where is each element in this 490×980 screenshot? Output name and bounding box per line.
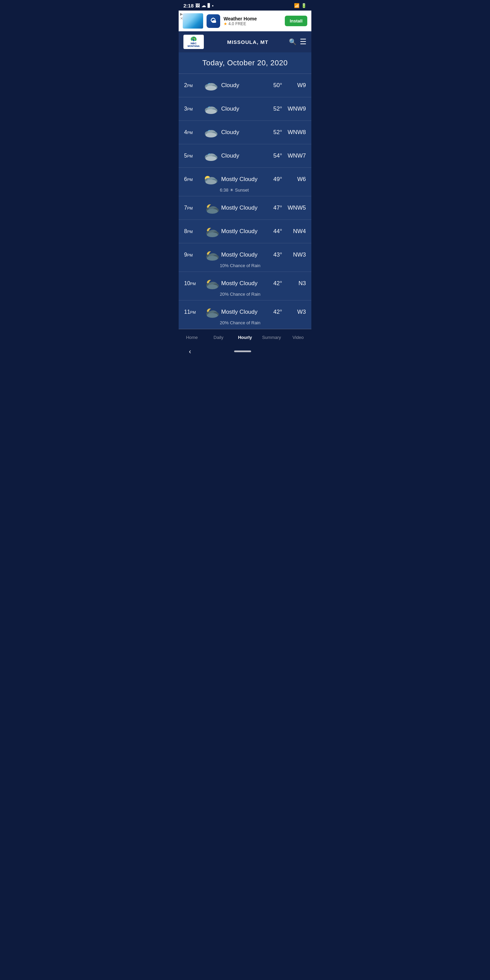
montana-text: MONTANA [188, 45, 199, 48]
wind-label: WNW8 [282, 129, 306, 136]
hourly-row: 8PM Mostly Cloudy44°NW4 [179, 220, 311, 243]
wind-label: WNW7 [282, 153, 306, 159]
nav-tab-hourly[interactable]: Hourly [232, 334, 258, 341]
nav-tab-home[interactable]: Home [179, 334, 205, 341]
back-button[interactable]: ‹ [189, 347, 191, 355]
sub-info-label: 20% Chance of Rain [184, 290, 306, 297]
nav-header: 🦚 NBC MONTANA MISSOULA, MT 🔍 ☰ [179, 31, 311, 52]
weather-icon [203, 102, 220, 116]
ad-map-image [183, 13, 203, 29]
signal-icon: ▊ [208, 3, 210, 8]
wind-label: W9 [282, 82, 306, 89]
ad-app-icon: 🌤 [207, 14, 220, 28]
dot-icon: • [212, 3, 214, 8]
hour-label: 11PM [184, 309, 203, 315]
wind-label: W6 [282, 176, 306, 183]
peacock-icon: 🦚 [190, 36, 197, 42]
condition-label: Mostly Cloudy [220, 205, 262, 211]
hourly-row: 2PM Cloudy50°W9 [179, 74, 311, 97]
sub-info-label: 20% Chance of Rain [184, 319, 306, 325]
svg-point-32 [207, 232, 218, 237]
home-indicator[interactable] [234, 350, 251, 352]
condition-label: Cloudy [220, 153, 262, 159]
ad-app-title: Weather Home [224, 16, 282, 21]
svg-point-36 [207, 256, 218, 261]
ad-install-button[interactable]: Install [285, 16, 307, 26]
weather-icon [203, 149, 220, 163]
weather-icon [203, 172, 220, 186]
bottom-nav: HomeDailyHourlySummaryVideo [179, 329, 311, 344]
nbc-text: NBC [191, 42, 196, 45]
temperature-label: 42° [262, 280, 282, 287]
hour-label: 4PM [184, 129, 203, 135]
wind-label: WNW5 [282, 205, 306, 211]
condition-label: Cloudy [220, 82, 262, 89]
weather-icon [203, 201, 220, 215]
temperature-label: 43° [262, 251, 282, 258]
condition-label: Mostly Cloudy [220, 251, 262, 258]
ad-banner: ▶✕ 🌤 Weather Home ★ 4.0 FREE Install [179, 11, 311, 31]
ad-text: Weather Home ★ 4.0 FREE [224, 16, 282, 26]
battery-icon: 🔋 [301, 3, 307, 8]
hour-label: 2PM [184, 82, 203, 89]
system-nav: ‹ ▪ [179, 344, 311, 360]
svg-point-44 [207, 313, 218, 318]
temperature-label: 54° [262, 153, 282, 159]
svg-point-14 [205, 133, 216, 137]
temperature-label: 50° [262, 82, 282, 89]
condition-label: Mostly Cloudy [220, 228, 262, 235]
hourly-row: 10PM Mostly Cloudy42°N320% Chance of Rai… [179, 272, 311, 301]
sub-info-label: 10% Chance of Rain [184, 262, 306, 268]
wind-label: NW4 [282, 228, 306, 235]
condition-label: Mostly Cloudy [220, 280, 262, 287]
ad-close[interactable]: ▶✕ [180, 12, 183, 21]
hourly-row: 3PM Cloudy52°WNW9 [179, 97, 311, 121]
weather-icon [203, 248, 220, 262]
temperature-label: 52° [262, 105, 282, 112]
wifi-icon: 📶 [294, 3, 299, 8]
hourly-row: 4PM Cloudy52°WNW8 [179, 121, 311, 144]
hourly-list: 2PM Cloudy50°W93PM Cloudy52°WNW94PM Clou… [179, 74, 311, 329]
condition-label: Mostly Cloudy [220, 309, 262, 315]
wind-label: N3 [282, 280, 306, 287]
temperature-label: 49° [262, 176, 282, 183]
hourly-row: 11PM Mostly Cloudy42°W320% Chance of Rai… [179, 301, 311, 329]
hour-label: 5PM [184, 153, 203, 159]
temperature-label: 42° [262, 309, 282, 315]
hourly-row: 5PM Cloudy54°WNW7 [179, 144, 311, 168]
condition-label: Cloudy [220, 105, 262, 112]
hourly-row: 9PM Mostly Cloudy43°NW310% Chance of Rai… [179, 243, 311, 272]
photo-icon: 🖼 [195, 3, 200, 8]
nav-tab-daily[interactable]: Daily [205, 334, 232, 341]
svg-point-40 [207, 285, 218, 289]
status-bar: 2:18 🖼 ☁ ▊ • 📶 🔋 [179, 0, 311, 11]
hour-label: 3PM [184, 106, 203, 112]
weather-icon [203, 305, 220, 319]
hour-label: 6PM [184, 176, 203, 182]
status-right: 📶 🔋 [294, 3, 307, 8]
weather-icon [203, 224, 220, 238]
temperature-label: 47° [262, 205, 282, 211]
menu-icon[interactable]: ☰ [300, 37, 307, 46]
date-header: Today, October 20, 2020 [179, 52, 311, 74]
weather-icon [203, 277, 220, 290]
status-left: 2:18 🖼 ☁ ▊ • [183, 3, 214, 8]
status-time: 2:18 [183, 3, 194, 8]
hourly-row: 6PM Mostly Cloudy49°W66:38 ☀ Sunset [179, 168, 311, 196]
nav-tab-summary[interactable]: Summary [258, 334, 285, 341]
svg-point-24 [205, 180, 216, 185]
wind-label: WNW9 [282, 105, 306, 112]
cloud-icon: ☁ [202, 3, 206, 8]
temperature-label: 44° [262, 228, 282, 235]
svg-point-9 [205, 109, 216, 114]
hour-label: 8PM [184, 228, 203, 234]
temperature-label: 52° [262, 129, 282, 136]
hourly-row: 7PM Mostly Cloudy47°WNW5 [179, 196, 311, 220]
search-icon[interactable]: 🔍 [289, 38, 296, 46]
svg-point-19 [205, 156, 216, 161]
wind-label: NW3 [282, 251, 306, 258]
condition-label: Cloudy [220, 129, 262, 136]
wind-label: W3 [282, 309, 306, 315]
nav-tab-video[interactable]: Video [285, 334, 311, 341]
hour-label: 7PM [184, 205, 203, 211]
